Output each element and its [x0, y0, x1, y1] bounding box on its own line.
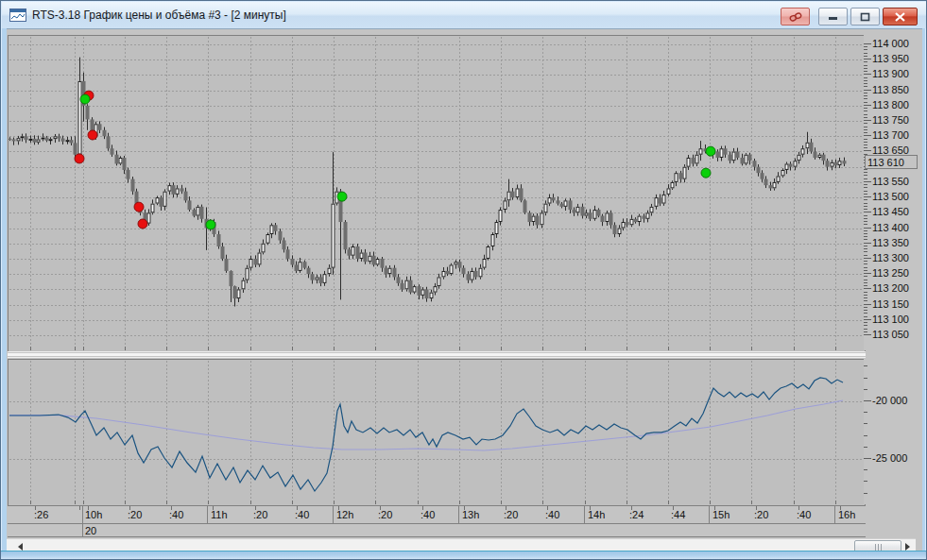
price-axis-label: 113 050 [872, 329, 909, 340]
time-axis-hour-separator [82, 506, 83, 523]
price-axis-label: 113 950 [872, 53, 909, 64]
left-arrow-icon [18, 543, 23, 551]
time-axis-hour-separator [834, 506, 835, 523]
time-axis-label: :20 [504, 509, 518, 520]
indicator-axis-label: -20 000 [872, 395, 907, 406]
close-icon [895, 12, 905, 22]
minimize-icon [829, 12, 838, 21]
time-axis-label: :44 [671, 509, 685, 520]
link-button[interactable] [781, 8, 810, 25]
time-axis-label: :40 [169, 509, 183, 520]
window-bottom-edge [1, 551, 926, 559]
price-chart-plot[interactable] [8, 35, 866, 352]
time-axis-label: :20 [128, 509, 142, 520]
price-axis-label: 113 450 [872, 206, 909, 217]
price-axis-label: 113 900 [872, 68, 909, 79]
close-button[interactable] [883, 8, 918, 25]
time-axis-label: :40 [797, 509, 811, 520]
indicator-plot[interactable] [8, 359, 866, 506]
price-axis-label: 113 500 [872, 191, 909, 202]
time-axis-hour-separator [333, 506, 334, 523]
right-arrow-icon [905, 543, 910, 551]
time-axis-label: :20 [253, 509, 267, 520]
window-title: RTS-3.18 График цены и объёма #3 - [2 ми… [32, 8, 286, 22]
time-axis-label: 12h [336, 509, 353, 520]
chart-window: RTS-3.18 График цены и объёма #3 - [2 ми… [0, 0, 927, 560]
price-axis-ticks [864, 35, 872, 350]
chain-link-icon [789, 12, 802, 22]
time-axis-label: :24 [629, 509, 644, 520]
price-axis-label: 113 300 [872, 252, 909, 263]
price-axis-label: 113 200 [872, 282, 909, 294]
price-axis-label: 113 550 [872, 176, 909, 187]
restore-icon [860, 12, 870, 22]
price-axis-label: 113 850 [872, 84, 909, 95]
date-label: 20 [85, 525, 96, 536]
maximize-button[interactable] [850, 8, 880, 25]
price-axis-label: 113 350 [872, 237, 909, 248]
time-axis-hour-separator [207, 506, 208, 523]
time-axis-label: :40 [545, 509, 559, 520]
time-axis: :2610h:20:4011h:20:4012h:20:4013h:20:401… [8, 505, 866, 524]
time-axis-label: 15h [712, 509, 730, 520]
price-axis-label: 113 250 [872, 267, 909, 279]
price-axis-label: 113 700 [872, 129, 909, 141]
chart-client-area: 114 000113 950113 900113 850113 800113 7… [7, 28, 922, 553]
window-titlebar[interactable]: RTS-3.18 График цены и объёма #3 - [2 ми… [2, 2, 927, 28]
thumb-grip-icon [878, 544, 879, 551]
time-axis-label: 10h [85, 509, 102, 520]
current-price-label: 113 610 [865, 155, 918, 169]
chart-window-icon [9, 8, 26, 22]
panel-separator[interactable] [8, 351, 866, 358]
time-axis-label: :20 [754, 509, 768, 520]
price-axis-label: 114 000 [872, 38, 909, 49]
indicator-axis-ticks [864, 359, 872, 504]
price-axis-label: 113 800 [872, 99, 909, 110]
time-axis-hour-separator [458, 506, 459, 523]
date-row: 20 [8, 524, 866, 537]
time-axis-label: :20 [378, 509, 392, 520]
time-axis-label: :40 [421, 509, 435, 520]
time-axis-hour-separator [584, 506, 585, 523]
date-row-separator [82, 524, 83, 536]
minimize-button[interactable] [818, 8, 848, 25]
time-axis-label: 14h [588, 509, 605, 520]
price-axis-label: 113 400 [872, 222, 909, 233]
time-axis-tick [79, 506, 80, 510]
indicator-axis: -20 000-25 000 [864, 359, 922, 504]
time-axis-label: :26 [34, 509, 48, 520]
time-axis-hour-separator [709, 506, 710, 523]
time-axis-label: :40 [295, 509, 309, 520]
time-axis-label: 13h [462, 509, 479, 520]
price-axis: 114 000113 950113 900113 850113 800113 7… [864, 35, 922, 350]
indicator-axis-label: -25 000 [872, 452, 907, 464]
time-axis-label: 11h [211, 509, 228, 520]
time-axis-label: 16h [838, 509, 855, 520]
price-axis-label: 113 100 [872, 314, 909, 325]
price-axis-label: 113 150 [872, 298, 909, 310]
price-axis-label: 113 750 [872, 114, 909, 126]
titlebar-buttons [781, 8, 918, 25]
